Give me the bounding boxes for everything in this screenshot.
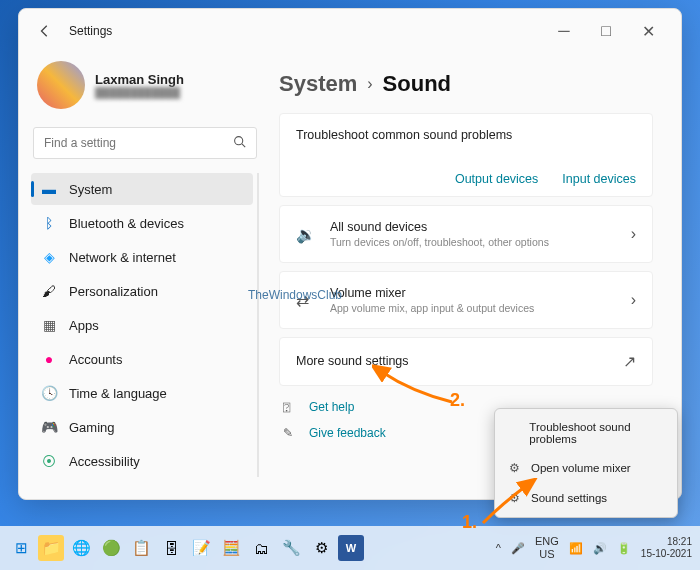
app-icon[interactable]: 🗄 [158,535,184,561]
breadcrumb-parent[interactable]: System [279,71,357,97]
sidebar-item-personalization[interactable]: 🖌Personalization [31,275,253,307]
card-title: More sound settings [296,354,409,368]
search-input[interactable] [44,136,233,150]
card-subtitle: App volume mix, app input & output devic… [330,302,617,314]
taskbar-clock[interactable]: 18:2115-10-2021 [641,536,692,560]
profile-email: ████████████ [95,87,184,98]
search-box[interactable] [33,127,257,159]
ctx-sound-settings[interactable]: ⚙Sound settings [499,483,673,513]
ctx-troubleshoot[interactable]: Troubleshoot sound problems [499,413,673,453]
network-icon: ◈ [41,249,57,265]
troubleshoot-title: Troubleshoot common sound problems [296,128,636,142]
sidebar-item-label: System [69,182,112,197]
gear-icon: ⚙ [509,461,523,475]
search-icon [233,134,246,152]
word-icon[interactable]: W [338,535,364,561]
language-indicator[interactable]: ENGUS [535,536,559,560]
personalization-icon: 🖌 [41,283,57,299]
window-title: Settings [69,24,112,38]
card-title: All sound devices [330,220,617,234]
ctx-label: Troubleshoot sound problems [529,421,663,445]
chevron-right-icon: › [631,291,636,309]
system-icon: ▬ [41,181,57,197]
mixer-icon: ⇄ [296,291,316,310]
external-link-icon: ↗ [623,352,636,371]
help-icon: ⍰ [283,400,299,414]
svg-point-0 [235,137,243,145]
settings-icon[interactable]: ⚙ [308,535,334,561]
chrome-icon[interactable]: 🟢 [98,535,124,561]
link-label: Get help [309,400,354,414]
taskbar-context-menu: Troubleshoot sound problems ⚙Open volume… [494,408,678,518]
sidebar-item-label: Accessibility [69,454,140,469]
output-devices-link[interactable]: Output devices [455,172,538,186]
sidebar-item-label: Bluetooth & devices [69,216,184,231]
app-icon[interactable]: 📋 [128,535,154,561]
file-explorer-icon[interactable]: 📁 [38,535,64,561]
time-icon: 🕓 [41,385,57,401]
close-button[interactable]: ✕ [629,17,667,45]
minimize-button[interactable]: ─ [545,17,583,45]
app-icon[interactable]: 🗂 [248,535,274,561]
sidebar-item-time[interactable]: 🕓Time & language [31,377,253,409]
gaming-icon: 🎮 [41,419,57,435]
avatar [37,61,85,109]
volume-tray-icon[interactable]: 🔊 [593,542,607,555]
ctx-open-mixer[interactable]: ⚙Open volume mixer [499,453,673,483]
ctx-label: Sound settings [531,492,607,504]
link-label: Give feedback [309,426,386,440]
sidebar-item-label: Gaming [69,420,115,435]
breadcrumb-current: Sound [383,71,451,97]
troubleshoot-card: Troubleshoot common sound problems Outpu… [279,113,653,197]
feedback-icon: ✎ [283,426,299,440]
profile-block[interactable]: Laxman Singh ████████████ [31,53,259,121]
nav-list: ▬System ᛒBluetooth & devices ◈Network & … [31,173,259,477]
bluetooth-icon: ᛒ [41,215,57,231]
app-icon[interactable]: 📝 [188,535,214,561]
accounts-icon: ● [41,351,57,367]
more-sound-settings-row[interactable]: More sound settings ↗ [279,337,653,386]
start-button[interactable]: ⊞ [8,535,34,561]
breadcrumb: System › Sound [279,71,653,97]
volume-mixer-row[interactable]: ⇄ Volume mixer App volume mix, app input… [279,271,653,329]
sidebar-item-gaming[interactable]: 🎮Gaming [31,411,253,443]
app-icon[interactable]: 🔧 [278,535,304,561]
microphone-icon[interactable]: 🎤 [511,542,525,555]
sidebar-item-label: Time & language [69,386,167,401]
sidebar-item-accessibility[interactable]: ⦿Accessibility [31,445,253,477]
sidebar-item-label: Accounts [69,352,122,367]
wifi-icon[interactable]: 📶 [569,542,583,555]
sidebar-item-bluetooth[interactable]: ᛒBluetooth & devices [31,207,253,239]
ctx-label: Open volume mixer [531,462,631,474]
apps-icon: ▦ [41,317,57,333]
profile-name: Laxman Singh [95,72,184,87]
accessibility-icon: ⦿ [41,453,57,469]
sidebar-item-network[interactable]: ◈Network & internet [31,241,253,273]
tray-overflow[interactable]: ^ [496,542,501,554]
chevron-right-icon: › [631,225,636,243]
back-button[interactable] [33,19,57,43]
all-sound-devices-row[interactable]: 🔉 All sound devices Turn devices on/off,… [279,205,653,263]
battery-icon[interactable]: 🔋 [617,542,631,555]
sidebar-item-system[interactable]: ▬System [31,173,253,205]
sidebar: Laxman Singh ████████████ ▬System ᛒBluet… [19,53,271,499]
gear-icon: ⚙ [509,491,523,505]
sidebar-item-label: Personalization [69,284,158,299]
input-devices-link[interactable]: Input devices [562,172,636,186]
chevron-right-icon: › [367,75,372,93]
titlebar: Settings ─ □ ✕ [19,9,681,53]
card-subtitle: Turn devices on/off, troubleshoot, other… [330,236,617,248]
calculator-icon[interactable]: 🧮 [218,535,244,561]
sidebar-item-label: Apps [69,318,99,333]
speaker-icon: 🔉 [296,225,316,244]
sidebar-item-accounts[interactable]: ●Accounts [31,343,253,375]
card-title: Volume mixer [330,286,617,300]
sidebar-item-apps[interactable]: ▦Apps [31,309,253,341]
sidebar-item-label: Network & internet [69,250,176,265]
edge-icon[interactable]: 🌐 [68,535,94,561]
taskbar: ⊞ 📁 🌐 🟢 📋 🗄 📝 🧮 🗂 🔧 ⚙ W ^ 🎤 ENGUS 📶 🔊 🔋 … [0,526,700,570]
maximize-button[interactable]: □ [587,17,625,45]
